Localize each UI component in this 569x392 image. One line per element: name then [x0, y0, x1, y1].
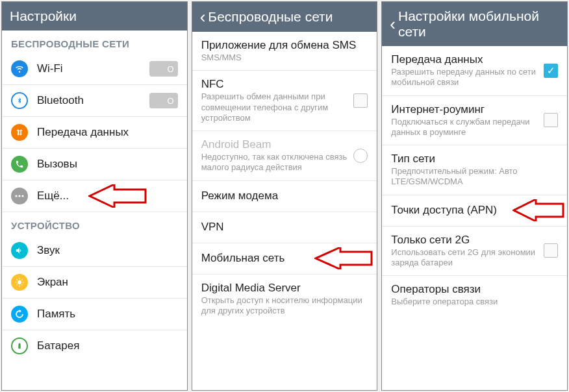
operators-sub: Выберите оператора связи	[391, 297, 558, 307]
header-mobile-network[interactable]: ‹ Настройки мобильной сети	[382, 2, 567, 46]
svg-point-0	[15, 195, 17, 197]
calls-label: Вызовы	[37, 158, 178, 171]
dms-sub: Открыть доступ к носителю информации для…	[201, 295, 368, 317]
row-tethering[interactable]: Режим модема	[192, 181, 377, 212]
sound-label: Звук	[37, 244, 178, 257]
beam-sub: Недоступно, так как отключена связь мало…	[201, 152, 348, 173]
row-mobile-network[interactable]: Мобильная сеть	[192, 243, 377, 275]
header-title: Настройки	[10, 8, 77, 24]
only-2g-label: Только сети 2G	[391, 234, 537, 247]
data-usage-icon	[11, 124, 28, 141]
row-wifi[interactable]: Wi-Fi O	[2, 53, 187, 85]
row-dms[interactable]: Digital Media Server Открыть доступ к но…	[192, 275, 377, 324]
wireless-panel: ‹ Беспроводные сети Приложение для обмен…	[192, 1, 378, 391]
operators-label: Операторы связи	[391, 283, 558, 296]
mobile-data-sub: Разрешить передачу данных по сети мобиль…	[391, 67, 537, 88]
roaming-checkbox[interactable]	[544, 113, 558, 127]
row-mobile-data[interactable]: Передача данных Разрешить передачу данны…	[382, 46, 567, 96]
sound-icon	[11, 242, 28, 259]
roaming-sub: Подключаться к службам передачи данных в…	[391, 117, 537, 138]
section-device: УСТРОЙСТВО	[2, 212, 187, 235]
row-apn[interactable]: Точки доступа (APN)	[382, 195, 567, 227]
section-wireless: БЕСПРОВОДНЫЕ СЕТИ	[2, 31, 187, 53]
row-sms-app[interactable]: Приложение для обмена SMS SMS/MMS	[192, 32, 377, 71]
row-android-beam: Android Beam Недоступно, так как отключе…	[192, 131, 377, 181]
battery-label: Батарея	[37, 339, 178, 352]
memory-label: Память	[37, 308, 178, 321]
row-memory[interactable]: Память	[2, 299, 187, 330]
nfc-label: NFC	[201, 78, 348, 91]
row-data-usage[interactable]: Передача данных	[2, 117, 187, 149]
more-icon	[11, 188, 28, 204]
svg-point-2	[21, 195, 23, 197]
settings-panel: Настройки БЕСПРОВОДНЫЕ СЕТИ Wi-Fi O Blue…	[1, 1, 188, 391]
mobile-network-label: Мобильная сеть	[201, 252, 368, 265]
wifi-label: Wi-Fi	[37, 62, 149, 75]
only-2g-checkbox[interactable]	[544, 243, 558, 258]
mobile-data-label: Передача данных	[391, 53, 537, 66]
apn-label: Точки доступа (APN)	[391, 204, 558, 217]
only-2g-sub: Использовать сети 2G для экономии заряда…	[391, 247, 537, 269]
row-more[interactable]: Ещё...	[2, 180, 187, 212]
wifi-toggle[interactable]: O	[149, 61, 178, 77]
row-calls[interactable]: Вызовы	[2, 149, 187, 180]
bluetooth-icon	[11, 92, 28, 109]
svg-point-1	[18, 195, 20, 197]
bluetooth-label: Bluetooth	[37, 94, 149, 107]
svg-point-3	[18, 280, 21, 284]
vpn-label: VPN	[201, 221, 368, 234]
row-nfc[interactable]: NFC Разрешить обмен данными при совмещен…	[192, 71, 377, 131]
row-operators[interactable]: Операторы связи Выберите оператора связи	[382, 276, 567, 314]
beam-label: Android Beam	[201, 138, 348, 151]
more-label: Ещё...	[37, 190, 178, 202]
header-title: Настройки мобильной сети	[398, 8, 559, 40]
sms-app-sub: SMS/MMS	[201, 53, 368, 63]
header-title: Беспроводные сети	[208, 9, 333, 25]
row-network-type[interactable]: Тип сети Предпочтительный режим: Авто LT…	[382, 145, 567, 195]
network-type-sub: Предпочтительный режим: Авто LTE/GSM/WCD…	[391, 166, 558, 188]
tethering-label: Режим модема	[201, 190, 368, 202]
sms-app-label: Приложение для обмена SMS	[201, 39, 368, 52]
memory-icon	[11, 306, 28, 323]
row-screen[interactable]: Экран	[2, 267, 187, 299]
wifi-icon	[11, 60, 28, 77]
mobile-data-checkbox[interactable]: ✓	[544, 64, 558, 78]
row-roaming[interactable]: Интернет-роуминг Подключаться к службам …	[382, 96, 567, 146]
row-only-2g[interactable]: Только сети 2G Использовать сети 2G для …	[382, 227, 567, 276]
row-sound[interactable]: Звук	[2, 235, 187, 267]
roaming-label: Интернет-роуминг	[391, 103, 537, 116]
mobile-network-panel: ‹ Настройки мобильной сети Передача данн…	[381, 1, 568, 391]
battery-icon	[11, 337, 28, 354]
back-icon[interactable]: ‹	[200, 8, 206, 25]
back-icon[interactable]: ‹	[390, 16, 396, 32]
data-usage-label: Передача данных	[37, 126, 178, 139]
network-type-label: Тип сети	[391, 153, 558, 165]
header-wireless[interactable]: ‹ Беспроводные сети	[192, 2, 377, 32]
dms-label: Digital Media Server	[201, 282, 368, 295]
row-battery[interactable]: Батарея	[2, 330, 187, 361]
beam-radio	[353, 149, 368, 163]
bluetooth-toggle[interactable]: O	[149, 93, 178, 108]
row-bluetooth[interactable]: Bluetooth O	[2, 85, 187, 117]
screen-icon	[11, 274, 28, 291]
screen-label: Экран	[37, 276, 178, 289]
nfc-sub: Разрешить обмен данными при совмещении т…	[201, 92, 348, 123]
nfc-checkbox[interactable]	[353, 93, 368, 108]
calls-icon	[11, 156, 28, 173]
row-vpn[interactable]: VPN	[192, 212, 377, 243]
header-settings: Настройки	[2, 2, 187, 31]
